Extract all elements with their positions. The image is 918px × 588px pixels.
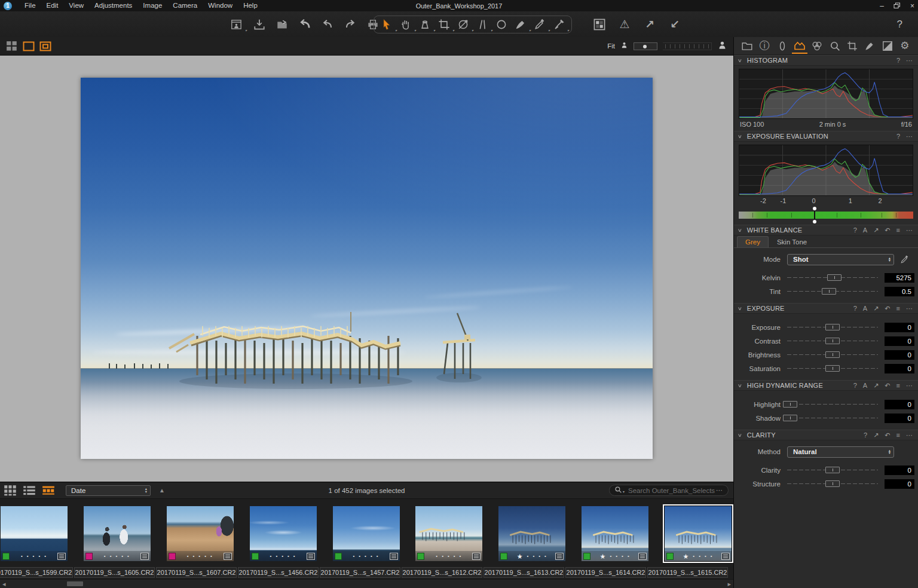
filmstrip-view-icon[interactable] — [42, 485, 55, 496]
search-dropdown-icon[interactable]: ▾ — [623, 489, 625, 494]
rating-dot-icon[interactable]: • — [204, 553, 206, 559]
exposure-warning-icon[interactable]: ⚠ — [617, 17, 632, 32]
help-icon[interactable]: ? — [896, 133, 900, 140]
multi-view-icon[interactable] — [6, 41, 18, 51]
presets-icon[interactable]: ≡ — [896, 432, 900, 439]
rating-dot-icon[interactable]: • — [454, 553, 455, 559]
rating-dot-icon[interactable]: • — [104, 553, 106, 559]
process-all-icon[interactable]: ↙ — [667, 17, 683, 32]
slider-handle[interactable] — [827, 274, 842, 281]
auto-adjust-icon[interactable]: A — [863, 305, 867, 312]
pick-color-tool-icon[interactable]: ▾ — [532, 17, 547, 32]
redo-icon[interactable] — [342, 17, 358, 32]
crop-tool-icon[interactable]: ▾ — [436, 17, 452, 32]
thumbnail-9-selected[interactable]: ★•••• — [665, 506, 732, 561]
rating-dot-icon[interactable]: • — [610, 553, 611, 559]
rating-dot-icon[interactable]: • — [210, 553, 212, 559]
rating-dot-icon[interactable]: • — [38, 553, 40, 559]
slider-handle[interactable] — [825, 467, 840, 473]
help-icon[interactable]: ? — [853, 382, 857, 389]
rating-dot-icon[interactable]: • — [544, 553, 546, 559]
rating-dot-icon[interactable]: • — [527, 553, 529, 559]
rating-dot-icon[interactable]: • — [533, 553, 534, 559]
filename-chip[interactable]: 20170119_S...s_1615.CR2 — [647, 567, 728, 578]
rating-dot-icon[interactable]: • — [538, 553, 540, 559]
contrast-slider[interactable] — [787, 337, 878, 345]
clarity-slider[interactable] — [787, 466, 878, 474]
auto-adjust-icon[interactable]: A — [863, 382, 867, 389]
rating-dot-icon[interactable]: • — [276, 553, 277, 559]
rating-dot-icon[interactable]: • — [705, 553, 706, 559]
thumbnail-menu-icon[interactable] — [721, 553, 730, 560]
rating-dot-icon[interactable]: • — [270, 553, 272, 559]
rating-dot-icon[interactable]: • — [198, 553, 200, 559]
thumbnail-7[interactable]: ★•••• — [498, 506, 565, 561]
wb-mode-select[interactable]: Shot ▴▾ — [787, 254, 894, 265]
hdr-header[interactable]: ∨ HIGH DYNAMIC RANGE ? A ↗ ↶ ≡ ⋯ — [734, 380, 918, 391]
slider-handle[interactable] — [825, 338, 840, 344]
zoom-slider[interactable] — [634, 42, 657, 50]
thumbnail-3[interactable]: ••••• — [167, 506, 234, 561]
capture-pilot-icon[interactable]: ▾ — [229, 17, 244, 32]
search-options-icon[interactable]: ⋯ — [716, 486, 723, 494]
thumbnail-menu-icon[interactable] — [638, 553, 647, 560]
rating-dot-icon[interactable]: • — [21, 553, 23, 559]
filename-chip[interactable]: 20170119_S...s_1607.CR2 — [156, 567, 237, 578]
exposure-meter[interactable] — [739, 212, 913, 219]
rating-dot-icon[interactable]: • — [115, 553, 117, 559]
thumbnail-4[interactable]: ••••• — [250, 506, 317, 561]
erase-mask-tool-icon[interactable]: ▾ — [551, 17, 567, 32]
rating-dot-icon[interactable]: • — [293, 553, 295, 559]
close-button[interactable]: × — [910, 2, 914, 10]
rating-dot-icon[interactable]: • — [616, 553, 617, 559]
rating-dot-icon[interactable]: • — [287, 553, 289, 559]
menu-edit[interactable]: Edit — [41, 0, 64, 11]
color-tag-green[interactable] — [666, 553, 674, 560]
collapse-icon[interactable]: ∨ — [738, 134, 742, 139]
rating-dot-icon[interactable]: • — [187, 553, 189, 559]
kelvin-value[interactable]: 5275 — [885, 273, 914, 283]
slider-handle[interactable] — [783, 415, 797, 421]
reset-icon[interactable]: ↶ — [885, 305, 890, 312]
kelvin-slider[interactable] — [787, 274, 878, 281]
star-icon[interactable]: ★ — [517, 553, 523, 559]
color-tag-green[interactable] — [252, 553, 259, 560]
rating-dot-icon[interactable]: • — [622, 553, 623, 559]
list-view-icon[interactable] — [23, 485, 36, 496]
collapse-icon[interactable]: ∨ — [738, 306, 742, 311]
help-icon[interactable]: ? — [853, 305, 857, 312]
rating-dot-icon[interactable]: • — [27, 553, 29, 559]
histogram-header[interactable]: ∨ HISTOGRAM ? ⋯ — [734, 55, 918, 66]
tab-library-icon[interactable] — [739, 38, 755, 54]
menu-help[interactable]: Help — [238, 0, 263, 11]
zoom-out-person-icon[interactable] — [620, 41, 628, 51]
help-icon[interactable]: ? — [864, 432, 867, 439]
auto-adjust-icon[interactable]: A — [863, 227, 867, 234]
rating-dot-icon[interactable]: • — [121, 553, 123, 559]
undo-history-icon[interactable] — [297, 17, 313, 32]
tint-slider[interactable] — [787, 287, 878, 295]
rotate-tool-icon[interactable]: ▾ — [455, 17, 471, 32]
collapse-icon[interactable]: ∨ — [738, 58, 742, 63]
color-tag-green[interactable] — [2, 553, 10, 560]
slider-handle[interactable] — [825, 324, 840, 330]
clarity-value[interactable]: 0 — [885, 466, 914, 475]
help-icon[interactable]: ? — [897, 19, 902, 30]
exposure-value[interactable]: 0 — [885, 323, 914, 332]
rating-widget[interactable]: ••••• — [342, 553, 390, 559]
rating-dot-icon[interactable]: • — [693, 553, 694, 559]
more-icon[interactable]: ⋯ — [906, 133, 913, 140]
thumbnail-menu-icon[interactable] — [140, 553, 149, 560]
presets-icon[interactable]: ≡ — [896, 305, 900, 312]
clarity-method-select[interactable]: Natural ▴▾ — [787, 446, 894, 458]
sort-select[interactable]: Date ▴▾ — [66, 485, 151, 496]
rating-dot-icon[interactable]: • — [442, 553, 443, 559]
proof-view-icon[interactable] — [39, 41, 51, 51]
star-icon[interactable]: ★ — [600, 553, 606, 559]
spot-tool-icon[interactable] — [494, 17, 509, 32]
filename-chip[interactable]: 20170119_S...s_1613.CR2 — [484, 567, 564, 578]
menu-file[interactable]: File — [19, 0, 41, 11]
color-tag-green[interactable] — [583, 553, 590, 560]
more-icon[interactable]: ⋯ — [906, 227, 913, 234]
search-field[interactable]: ▾ Search Outer_Bank_Selects ⋯ — [609, 485, 729, 496]
